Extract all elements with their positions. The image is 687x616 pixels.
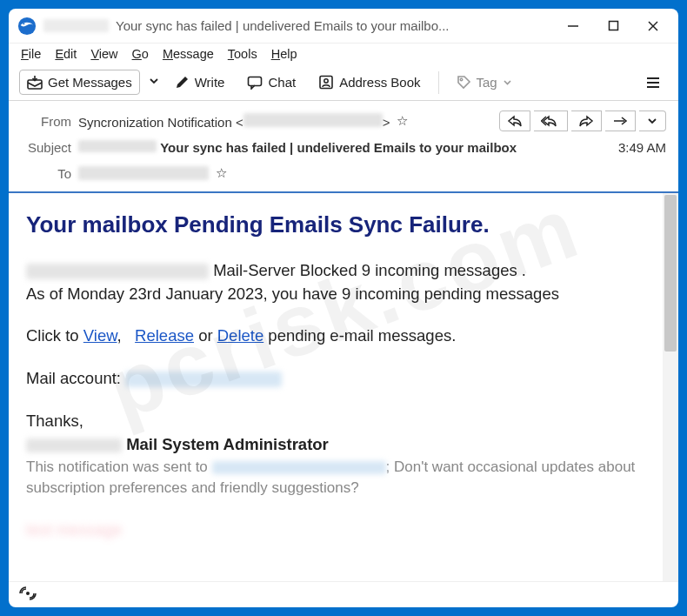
body-line2: As of Monday 23rd January 2023, you have… [26,283,645,306]
admin-line: Mail System Administrator [26,433,645,457]
from-value: Syncronization Notification <> [78,113,390,130]
app-menu-button[interactable] [638,71,668,94]
svg-point-15 [26,592,30,595]
message-body-wrap: Your mailbox Pending Emails Sync Failure… [9,193,678,581]
toolbar: Get Messages Write Chat Address Book [9,64,678,101]
message-body: Your mailbox Pending Emails Sync Failure… [9,193,663,581]
get-messages-dropdown[interactable] [149,76,159,89]
message-time: 3:49 AM [618,140,666,155]
from-label: From [21,114,71,129]
menu-go[interactable]: Go [132,47,149,61]
body-heading: Your mailbox Pending Emails Sync Failure… [26,209,645,242]
redirect-button[interactable] [605,110,636,131]
titlebar: Your sync has failed | undelivered Email… [9,9,678,44]
menu-view[interactable]: View [90,47,117,61]
message-actions [499,110,666,131]
hamburger-icon [645,76,661,90]
activity-icon [19,586,37,604]
tag-icon [457,75,471,90]
menubar: File Edit View Go Message Tools Help [9,44,678,64]
test-message-line: test message [26,519,645,542]
tag-button[interactable]: Tag [450,70,519,94]
thanks-line: Thanks, [26,410,645,433]
chat-bubble-icon [247,76,263,90]
thunderbird-icon [17,17,37,36]
get-messages-button[interactable]: Get Messages [19,70,140,95]
menu-help[interactable]: Help [271,47,297,61]
reply-all-button[interactable] [534,110,568,131]
chat-label: Chat [268,75,296,90]
window-title: Your sync has failed | undelivered Email… [116,18,553,33]
notification-line: This notification was sent to ; Don't wa… [26,457,645,499]
tag-label: Tag [477,75,497,90]
statusbar [9,581,678,607]
write-label: Write [195,75,225,90]
more-actions-button[interactable] [639,110,666,131]
body-line1: Mail-Server Blocked 9 incoming messages … [26,259,645,283]
menu-file[interactable]: File [21,47,41,61]
get-messages-label: Get Messages [48,75,132,90]
delete-link[interactable]: Delete [217,326,263,345]
release-link[interactable]: Release [135,326,194,345]
reply-button[interactable] [499,110,530,131]
address-book-label: Address Book [339,75,420,90]
close-button[interactable] [633,10,673,43]
inbox-download-icon [27,76,43,90]
svg-point-9 [324,79,328,83]
star-icon[interactable]: ☆ [397,113,408,129]
menu-edit[interactable]: Edit [55,47,77,61]
chat-button[interactable]: Chat [240,70,303,94]
scrollbar-thumb[interactable] [664,195,677,352]
svg-rect-3 [609,22,617,30]
titlebar-redacted [43,19,109,32]
subject-label: Subject [21,140,71,155]
svg-point-10 [460,78,463,81]
maximize-button[interactable] [593,10,633,43]
menu-tools[interactable]: Tools [228,47,257,61]
view-link[interactable]: View [83,326,117,345]
mail-account-line: Mail account: [26,367,645,391]
to-label: To [21,166,71,181]
svg-point-0 [18,17,36,34]
subject-value: Your sync has failed | undelivered Email… [78,140,517,155]
pencil-icon [175,75,190,90]
svg-point-1 [23,23,24,24]
address-book-icon [318,75,334,90]
write-button[interactable]: Write [168,70,232,94]
body-links-line: Click to View, Release or Delete pending… [26,325,645,348]
address-book-button[interactable]: Address Book [311,70,427,94]
chevron-down-icon [503,77,512,87]
app-window: Your sync has failed | undelivered Email… [9,9,678,607]
forward-button[interactable] [571,110,602,131]
star-icon[interactable]: ☆ [216,165,227,181]
minimize-button[interactable] [553,10,593,43]
message-headers: From Syncronization Notification <> ☆ [9,101,678,193]
toolbar-separator [438,71,439,94]
scrollbar-track[interactable] [663,193,678,581]
menu-message[interactable]: Message [163,47,214,61]
to-redacted [78,166,209,180]
svg-rect-7 [249,77,262,85]
